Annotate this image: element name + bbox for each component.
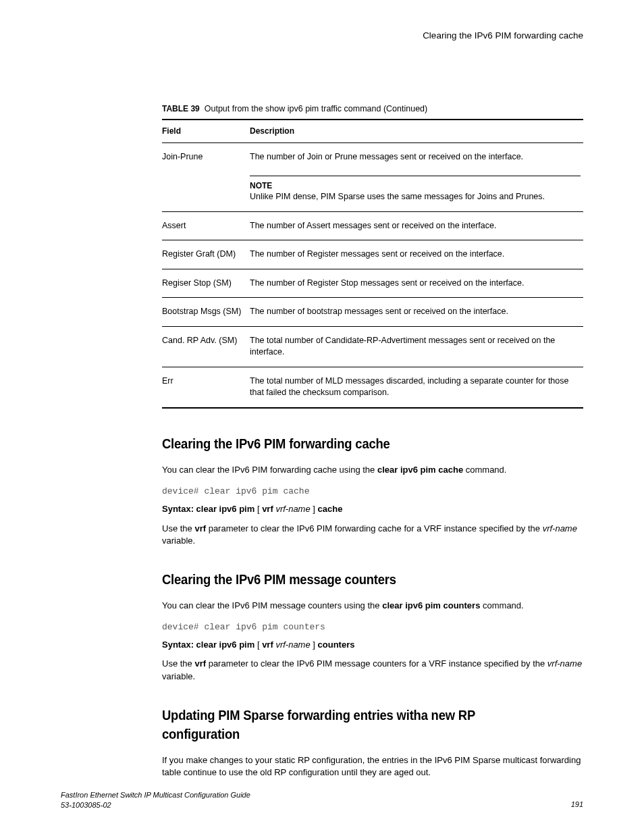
- text: ]: [311, 640, 318, 650]
- kw-bold: vrf: [194, 523, 206, 533]
- text: command.: [480, 600, 523, 610]
- footer-book-title: FastIron Ethernet Switch IP Multicast Co…: [61, 790, 250, 800]
- cell-field: Join-Prune: [162, 143, 250, 212]
- code-block: device# clear ipv6 pim cache: [162, 486, 583, 498]
- syntax-kw: counters: [318, 640, 355, 650]
- text: Use the: [162, 523, 194, 533]
- table-row: Err The total number of MLD messages dis…: [162, 367, 583, 408]
- heading-clear-cache: Clearing the IPv6 PIM forwarding cache: [162, 434, 549, 453]
- syntax-label: Syntax:: [162, 640, 196, 650]
- table-number: TABLE 39: [162, 104, 200, 113]
- text: Use the: [162, 658, 194, 669]
- cell-field: Err: [162, 367, 250, 408]
- cell-field: Regiser Stop (SM): [162, 269, 250, 298]
- table-row: Bootstrap Msgs (SM) The number of bootst…: [162, 298, 583, 327]
- syntax-var: vrf-name: [275, 640, 310, 650]
- text: parameter to clear the IPv6 PIM message …: [206, 658, 547, 669]
- cell-desc: The number of bootstrap messages sent or…: [250, 298, 583, 327]
- cell-field: Cand. RP Adv. (SM): [162, 326, 250, 367]
- syntax-kw: cache: [318, 504, 343, 514]
- note-block: NOTE Unlike PIM dense, PIM Sparse uses t…: [250, 176, 581, 203]
- text: variable.: [162, 536, 195, 546]
- heading-clear-counters: Clearing the IPv6 PIM message counters: [162, 570, 549, 589]
- page-footer: FastIron Ethernet Switch IP Multicast Co…: [61, 790, 583, 810]
- table-caption: TABLE 39 Output from the show ipv6 pim t…: [162, 103, 583, 115]
- text: You can clear the IPv6 PIM forwarding ca…: [162, 465, 377, 475]
- cell-desc: The total number of Candidate-RP-Adverti…: [250, 326, 583, 367]
- section-clear-counters: Clearing the IPv6 PIM message counters Y…: [162, 570, 583, 683]
- footer-page-number: 191: [571, 800, 583, 810]
- text: [: [254, 640, 262, 650]
- table-caption-text: Output from the show ipv6 pim traffic co…: [205, 104, 427, 113]
- table-row: Join-Prune The number of Join or Prune m…: [162, 143, 583, 212]
- table-row: Cand. RP Adv. (SM) The total number of C…: [162, 326, 583, 367]
- syntax-label: Syntax:: [162, 504, 196, 514]
- cell-field: Assert: [162, 211, 250, 240]
- th-description: Description: [250, 120, 583, 142]
- syntax-kw: vrf: [262, 504, 273, 514]
- text: command.: [463, 465, 506, 475]
- code-block: device# clear ipv6 pim counters: [162, 621, 583, 633]
- syntax-line: Syntax: clear ipv6 pim [ vrf vrf-name ] …: [162, 639, 583, 651]
- para: You can clear the IPv6 PIM forwarding ca…: [162, 464, 583, 476]
- th-field: Field: [162, 120, 250, 142]
- section-clear-cache: Clearing the IPv6 PIM forwarding cache Y…: [162, 434, 583, 547]
- table-row: Regiser Stop (SM) The number of Register…: [162, 269, 583, 298]
- syntax-kw: clear ipv6 pim: [196, 504, 255, 514]
- desc-text: The number of Join or Prune messages sen…: [250, 152, 523, 161]
- para: Use the vrf parameter to clear the IPv6 …: [162, 523, 583, 547]
- cmd-bold: clear ipv6 pim cache: [377, 465, 463, 475]
- running-header: Clearing the IPv6 PIM forwarding cache: [61, 30, 583, 43]
- text: [: [254, 504, 262, 514]
- text: variable.: [162, 671, 195, 681]
- text: parameter to clear the IPv6 PIM forwardi…: [206, 523, 543, 533]
- kw-bold: vrf: [194, 658, 206, 669]
- text: ]: [311, 504, 318, 514]
- syntax-kw: clear ipv6 pim: [196, 640, 255, 650]
- footer-doc-number: 53-1003085-02: [61, 800, 250, 810]
- var-italic: vrf-name: [547, 658, 582, 669]
- cell-desc: The number of Register messages sent or …: [250, 240, 583, 269]
- cell-desc: The number of Join or Prune messages sen…: [250, 143, 583, 212]
- syntax-var: vrf-name: [275, 504, 310, 514]
- section-update-rp: Updating PIM Sparse forwarding entries w…: [162, 706, 583, 779]
- cmd-bold: clear ipv6 pim counters: [382, 600, 480, 610]
- cell-field: Bootstrap Msgs (SM): [162, 298, 250, 327]
- note-label: NOTE: [250, 180, 581, 192]
- syntax-line: Syntax: clear ipv6 pim [ vrf vrf-name ] …: [162, 503, 583, 515]
- heading-update-rp: Updating PIM Sparse forwarding entries w…: [162, 706, 549, 744]
- cell-field: Register Graft (DM): [162, 240, 250, 269]
- output-table: Field Description Join-Prune The number …: [162, 119, 583, 409]
- text: You can clear the IPv6 PIM message count…: [162, 600, 382, 610]
- syntax-kw: vrf: [262, 640, 273, 650]
- table-row: Assert The number of Assert messages sen…: [162, 211, 583, 240]
- cell-desc: The number of Assert messages sent or re…: [250, 211, 583, 240]
- var-italic: vrf-name: [543, 523, 577, 533]
- para: If you make changes to your static RP co…: [162, 754, 583, 779]
- table-row: Register Graft (DM) The number of Regist…: [162, 240, 583, 269]
- note-text: Unlike PIM dense, PIM Sparse uses the sa…: [250, 191, 581, 203]
- para: Use the vrf parameter to clear the IPv6 …: [162, 658, 583, 682]
- cell-desc: The number of Register Stop messages sen…: [250, 269, 583, 298]
- cell-desc: The total number of MLD messages discard…: [250, 367, 583, 408]
- para: You can clear the IPv6 PIM message count…: [162, 600, 583, 612]
